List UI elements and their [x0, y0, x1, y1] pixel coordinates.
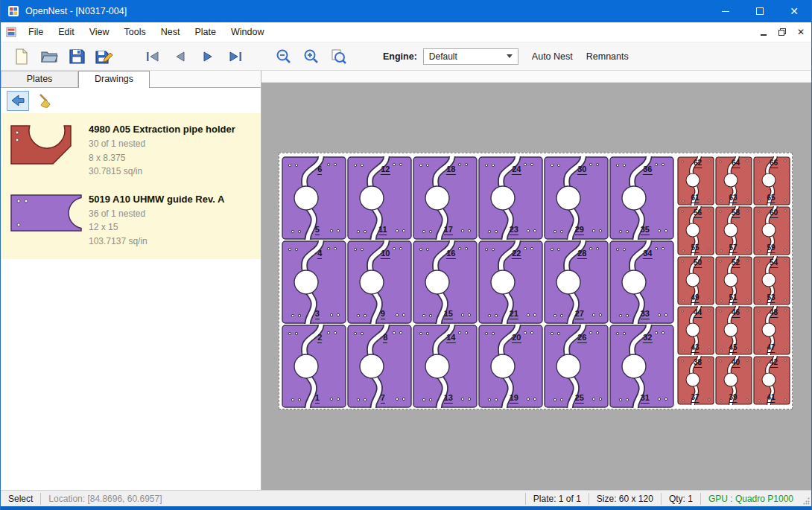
canvas-top-strip [261, 71, 811, 83]
nested-part-pair[interactable]: 5655 [677, 206, 714, 255]
clear-drawings-button[interactable] [34, 91, 56, 111]
drawing-list-item[interactable]: 4980 A05 Extraction pipe holder 30 of 1 … [1, 116, 261, 186]
next-plate-button[interactable] [196, 45, 220, 68]
broom-icon [37, 93, 52, 108]
nested-part-pair[interactable]: 3837 [677, 356, 714, 405]
nested-part-pair[interactable]: 3635 [609, 156, 674, 240]
nested-part-pair[interactable]: 1413 [413, 325, 478, 408]
nested-part-pair[interactable]: 2221 [478, 240, 543, 324]
nested-part-pair[interactable]: 6261 [677, 156, 714, 205]
nested-part-pair[interactable]: 4241 [753, 356, 790, 405]
part-number-top: 18 [446, 165, 455, 175]
part-number-top: 42 [770, 359, 778, 368]
previous-plate-button[interactable] [168, 45, 192, 68]
nested-part-pair[interactable]: 6665 [753, 156, 790, 205]
nest-canvas[interactable]: 6512111817242330293635431091615222128273… [261, 71, 811, 490]
new-button[interactable] [10, 45, 34, 68]
save-button[interactable] [65, 45, 89, 68]
auto-nest-button[interactable]: Auto Nest [532, 51, 573, 62]
mdi-restore-button[interactable] [774, 25, 790, 39]
status-size: Size: 60 x 120 [589, 494, 661, 504]
tab-plates[interactable]: Plates [1, 71, 78, 87]
nested-part-pair[interactable]: 3433 [609, 240, 674, 324]
nested-part-pair[interactable]: 3231 [609, 325, 674, 408]
part-number-bottom: 35 [641, 226, 650, 235]
part-number-bottom: 3 [315, 310, 320, 319]
part-number-bottom: 29 [575, 226, 584, 235]
open-folder-icon [40, 49, 58, 64]
nested-part-pair[interactable]: 4645 [715, 306, 752, 355]
part-shape-purple [282, 240, 346, 324]
minimize-icon [722, 11, 729, 12]
drawing-name: 4980 A05 Extraction pipe holder [89, 124, 255, 135]
part-number-bottom: 15 [444, 310, 453, 319]
menu-file[interactable]: File [21, 24, 51, 40]
part-number-top: 54 [770, 259, 778, 268]
nested-part-pair[interactable]: 4443 [677, 306, 714, 355]
nested-part-pair[interactable]: 87 [347, 325, 412, 408]
nested-part-pair[interactable]: 6463 [715, 156, 752, 205]
apply-drawing-button[interactable] [7, 91, 29, 111]
nested-part-pair[interactable]: 6059 [753, 206, 790, 255]
part-number-top: 30 [577, 165, 586, 175]
last-plate-button[interactable] [223, 45, 247, 68]
menu-nest[interactable]: Nest [153, 24, 188, 40]
nested-part-pair[interactable]: 5453 [753, 256, 790, 305]
status-location: Location: [84.8696, 60.6957] [41, 494, 169, 504]
part-number-top: 14 [446, 334, 455, 343]
menu-window[interactable]: Window [223, 24, 271, 40]
menu-view[interactable]: View [82, 24, 117, 40]
nested-part-pair[interactable]: 1211 [347, 156, 412, 240]
part-number-top: 60 [770, 209, 778, 218]
first-arrow-icon [145, 51, 160, 63]
nested-part-pair[interactable]: 43 [282, 240, 346, 324]
nested-part-pair[interactable]: 109 [347, 240, 412, 324]
app-window: OpenNest - [N0317-004] ✕ File Edit View … [0, 0, 812, 510]
nested-part-pair[interactable]: 4847 [753, 306, 790, 355]
menu-edit[interactable]: Edit [51, 24, 82, 40]
nested-part-pair[interactable]: 4039 [715, 356, 752, 405]
drawing-list-item[interactable]: 5019 A10 UHMW guide Rev. A 36 of 1 neste… [1, 186, 261, 256]
remnants-button[interactable]: Remnants [586, 51, 629, 62]
close-button[interactable]: ✕ [777, 0, 811, 22]
zoom-fit-button[interactable] [327, 45, 351, 68]
zoom-in-icon [303, 48, 320, 65]
nested-part-pair[interactable]: 2625 [544, 325, 609, 408]
nested-part-pair[interactable]: 2827 [544, 240, 609, 324]
part-shape-purple [282, 156, 346, 240]
previous-arrow-icon [174, 51, 187, 63]
menu-plate[interactable]: Plate [187, 24, 223, 40]
nested-part-pair[interactable]: 1817 [413, 156, 478, 240]
part-number-bottom: 7 [381, 394, 385, 404]
engine-select[interactable]: Default [423, 48, 518, 65]
nested-part-pair[interactable]: 2423 [478, 156, 543, 240]
sidebar-tabstrip: Plates Drawings [1, 71, 261, 88]
nested-part-pair[interactable]: 1615 [413, 240, 478, 324]
part-number-bottom: 27 [575, 310, 584, 319]
maximize-button[interactable] [743, 0, 777, 22]
nested-part-pair[interactable]: 2019 [478, 325, 543, 408]
open-button[interactable] [37, 45, 61, 68]
nested-part-pair[interactable]: 5049 [677, 256, 714, 305]
part-number-top: 20 [512, 334, 521, 343]
tab-drawings[interactable]: Drawings [78, 71, 150, 88]
nested-part-pair[interactable]: 3029 [544, 156, 609, 240]
nested-part-pair[interactable]: 65 [282, 156, 346, 240]
minimize-button[interactable] [708, 0, 743, 22]
resize-grip[interactable] [801, 491, 811, 506]
canvas-area[interactable]: 6512111817242330293635431091615222128273… [261, 83, 811, 490]
close-icon: ✕ [790, 6, 799, 16]
zoom-out-button[interactable] [272, 45, 296, 68]
menu-tools[interactable]: Tools [117, 24, 153, 40]
drawing-list: 4980 A05 Extraction pipe holder 30 of 1 … [1, 113, 261, 259]
nested-part-pair[interactable]: 21 [282, 325, 346, 408]
zoom-in-button[interactable] [299, 45, 323, 68]
plate[interactable]: 6512111817242330293635431091615222128273… [279, 153, 793, 409]
first-plate-button[interactable] [141, 45, 165, 68]
mdi-minimize-button[interactable] [755, 25, 772, 39]
part-number-bottom: 13 [444, 394, 453, 404]
mdi-close-button[interactable]: ✕ [793, 25, 809, 39]
nested-part-pair[interactable]: 5251 [715, 256, 752, 305]
save-as-button[interactable] [92, 45, 116, 68]
nested-part-pair[interactable]: 5857 [715, 206, 752, 255]
